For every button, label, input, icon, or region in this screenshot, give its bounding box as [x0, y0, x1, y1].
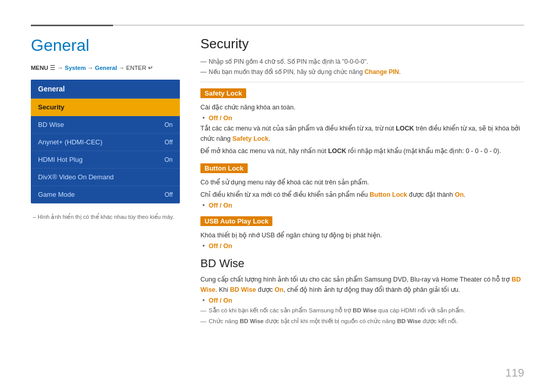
menu-item-security[interactable]: Security [31, 99, 180, 116]
safety-lock-desc2: Tắt các các menu và nút của sản phẩm và … [200, 123, 524, 144]
button-lock-bullet-text: Off / On [209, 202, 232, 209]
menu-item-label: BD Wise [38, 121, 64, 128]
menu-item-label: Anynet+ (HDMI-CEC) [38, 138, 102, 146]
intro-note-1: Nhập số PIN gồm 4 chữ số. Số PIN mặc địn… [200, 58, 524, 65]
menu-item-label: Security [38, 103, 64, 111]
button-lock-desc1: Có thể sử dụng menu này để khoá các nút … [200, 177, 524, 188]
menu-item-hdmi-hotplug[interactable]: HDMI Hot Plug On [31, 151, 180, 169]
menu-path-text: MENU ☰ → System → General → ENTER ↵ [31, 65, 153, 71]
top-accent [31, 25, 113, 26]
button-lock-header: Button Lock [200, 163, 248, 173]
safety-lock-bullet: Off / On [200, 115, 524, 122]
page-number: 119 [505, 366, 524, 380]
button-lock-desc2: Chỉ điều khiển từ xa mới có thể điều khi… [200, 190, 524, 200]
left-panel-note: – Hình ảnh hiển thị có thể khác nhau tùy… [31, 214, 180, 220]
page-title: General [31, 36, 180, 55]
safety-lock-desc3: Để mở khóa các menu và nút, hãy nhấn nút… [200, 146, 524, 156]
safety-lock-header: Safety Lock [200, 88, 246, 98]
menu-item-value: On [164, 121, 173, 128]
bd-wise-bullet: Off / On [200, 297, 524, 304]
menu-box: General Security BD Wise On Anynet+ (HDM… [31, 80, 180, 203]
menu-item-game-mode[interactable]: Game Mode Off [31, 186, 180, 203]
menu-item-divx[interactable]: DivX® Video On Demand [31, 169, 180, 186]
usb-auto-desc1: Khóa thiết bị bộ nhớ USB để ngăn chúng t… [200, 230, 524, 240]
safety-lock-desc1: Cài đặc chức năng khóa an toàn. [200, 102, 524, 113]
menu-item-label: Game Mode [38, 191, 75, 198]
bd-wise-desc1: Cung cấp chất lượng hình ảnh tối ưu cho … [200, 274, 524, 295]
menu-item-value: On [164, 156, 173, 163]
usb-auto-bullet: Off / On [200, 242, 524, 250]
bd-wise-ref2: BD Wise [230, 286, 256, 293]
bd-wise-note1: Sẵn có khi bạn kết nối các sản phẩm Sams… [200, 306, 524, 315]
usb-auto-header: USB Auto Play Lock [200, 216, 272, 226]
menu-item-value: Off [164, 191, 173, 198]
safety-lock-bullet-text: Off / On [209, 115, 232, 122]
intro-note-2: Nếu bạn muốn thay đổi số PIN, hãy sử dụn… [200, 68, 524, 76]
menu-path: MENU ☰ → System → General → ENTER ↵ [31, 64, 180, 71]
menu-item-label: HDMI Hot Plug [38, 156, 83, 163]
menu-item-bdwise[interactable]: BD Wise On [31, 116, 180, 134]
button-lock-ref: Button Lock [369, 191, 407, 198]
bd-wise-note2: Chức năng BD Wise được bật chỉ khi một t… [200, 317, 524, 326]
menu-box-title: General [31, 80, 180, 99]
safety-lock-ref: Safety Lock [232, 135, 268, 142]
bd-wise-on-ref: On [274, 286, 283, 293]
change-pin-link[interactable]: Change PIN [364, 68, 399, 76]
button-lock-on-ref: On [455, 191, 464, 198]
bd-wise-section: BD Wise Cung cấp chất lượng hình ảnh tối… [200, 257, 524, 326]
divider-1 [200, 82, 524, 82]
bd-wise-title: BD Wise [200, 257, 524, 270]
menu-item-anynet[interactable]: Anynet+ (HDMI-CEC) Off [31, 134, 180, 151]
bd-wise-bullet-text: Off / On [209, 297, 232, 304]
right-panel: Security Nhập số PIN gồm 4 chữ số. Số PI… [200, 36, 524, 326]
usb-auto-bullet-text: Off / On [209, 242, 232, 250]
intro-text-2: Nếu bạn muốn thay đổi số PIN, hãy sử dụn… [209, 68, 401, 76]
usb-auto-section: USB Auto Play Lock Khóa thiết bị bộ nhớ … [200, 216, 524, 250]
menu-item-label: DivX® Video On Demand [38, 173, 114, 181]
intro-text-1: Nhập số PIN gồm 4 chữ số. Số PIN mặc địn… [209, 58, 368, 65]
left-panel: General MENU ☰ → System → General → ENTE… [31, 36, 180, 220]
button-lock-section: Button Lock Có thể sử dụng menu này để k… [200, 163, 524, 209]
safety-lock-section: Safety Lock Cài đặc chức năng khóa an to… [200, 88, 524, 156]
menu-item-value: Off [164, 139, 173, 146]
security-section-title: Security [200, 36, 524, 52]
button-lock-bullet: Off / On [200, 202, 524, 209]
